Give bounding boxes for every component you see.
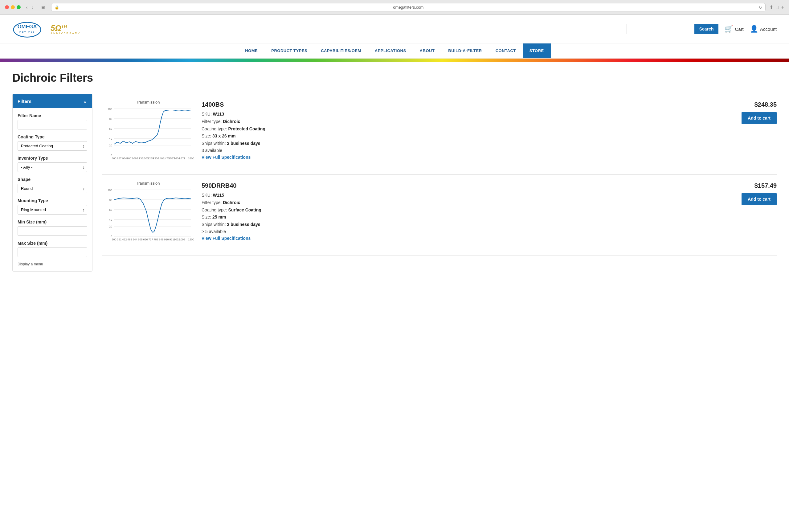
coating-type-select[interactable]: Protected Coating Surface Coating Hard C… bbox=[18, 141, 87, 151]
product-chart-area: Transmission bbox=[102, 100, 194, 168]
url-text: omegafilters.com bbox=[393, 5, 423, 10]
address-bar[interactable]: 🔒 omegafilters.com ↻ bbox=[51, 3, 766, 12]
svg-text:60: 60 bbox=[109, 127, 112, 130]
search-input[interactable] bbox=[627, 24, 694, 34]
svg-text:60: 60 bbox=[109, 208, 112, 211]
add-to-cart-button-2[interactable]: Add to cart bbox=[742, 193, 777, 205]
mounting-type-group: Mounting Type Ring Mounted Unmounted ↕ bbox=[18, 198, 87, 214]
shape-select[interactable]: Round Square Rectangle bbox=[18, 184, 87, 193]
product-item: Transmission bbox=[102, 175, 777, 256]
forward-button[interactable]: › bbox=[30, 4, 35, 11]
svg-text:800: 800 bbox=[112, 157, 116, 160]
shape-group: Shape Round Square Rectangle ↕ bbox=[18, 177, 87, 193]
share-button[interactable]: ⬆ bbox=[769, 4, 773, 10]
reload-icon[interactable]: ↻ bbox=[759, 5, 762, 10]
svg-text:971: 971 bbox=[169, 238, 174, 241]
nav-contact[interactable]: CONTACT bbox=[489, 43, 523, 58]
cart-icon: 🛒 bbox=[725, 25, 733, 33]
product-price-1: $248.35 bbox=[754, 101, 777, 108]
mounting-type-select[interactable]: Ring Mounted Unmounted bbox=[18, 205, 87, 214]
product-price-action: $248.35 Add to cart bbox=[733, 100, 777, 124]
svg-text:849: 849 bbox=[159, 238, 163, 241]
inventory-type-label: Inventory Type bbox=[18, 156, 87, 160]
chart-title-2: Transmission bbox=[102, 181, 194, 186]
product-list: Transmission bbox=[102, 94, 777, 256]
minimize-dot[interactable] bbox=[11, 5, 15, 9]
page-title: Dichroic Filters bbox=[12, 72, 777, 84]
product-details-2: 590DRRB40 SKU: W115 Filter type: Dichroi… bbox=[201, 181, 726, 241]
coating-type-group: Coating Type Protected Coating Surface C… bbox=[18, 134, 87, 151]
svg-text:OMEGA: OMEGA bbox=[18, 24, 37, 30]
coating-type-select-wrap: Protected Coating Surface Coating Hard C… bbox=[18, 141, 87, 151]
svg-text:80: 80 bbox=[109, 198, 112, 202]
search-button[interactable]: Search bbox=[694, 24, 719, 34]
view-full-specs-link-2[interactable]: View Full Specifications bbox=[201, 236, 251, 241]
svg-text:40: 40 bbox=[109, 218, 112, 221]
nav-applications[interactable]: APPLICATIONS bbox=[368, 43, 413, 58]
svg-text:1200: 1200 bbox=[188, 238, 194, 241]
search-bar: Search bbox=[627, 24, 719, 34]
inventory-type-select-wrap: - Any - In Stock Made to Order ↕ bbox=[18, 163, 87, 172]
nav-home[interactable]: HOME bbox=[238, 43, 265, 58]
svg-text:1093: 1093 bbox=[179, 238, 185, 241]
nav-about[interactable]: ABOUT bbox=[413, 43, 442, 58]
svg-text:100: 100 bbox=[108, 189, 112, 192]
back-button[interactable]: ‹ bbox=[24, 4, 29, 11]
browser-dots bbox=[5, 5, 21, 9]
svg-text:100: 100 bbox=[108, 108, 112, 111]
account-label: Account bbox=[760, 26, 777, 32]
filter-name-input[interactable] bbox=[18, 120, 87, 130]
product-name-2: 590DRRB40 bbox=[201, 182, 726, 189]
add-to-cart-button-1[interactable]: Add to cart bbox=[742, 112, 777, 124]
svg-text:300: 300 bbox=[112, 238, 116, 241]
svg-text:OPTICAL: OPTICAL bbox=[19, 31, 35, 34]
page-content: Dichroic Filters Filters ⌄ Filter Name C… bbox=[0, 62, 789, 281]
svg-text:0: 0 bbox=[111, 235, 112, 238]
filters-body: Filter Name Coating Type Protected Coati… bbox=[13, 108, 92, 271]
svg-text:422: 422 bbox=[122, 238, 127, 241]
product-available-2: > 5 available bbox=[201, 229, 726, 234]
account-link[interactable]: 👤 Account bbox=[750, 25, 777, 33]
nav-product-types[interactable]: PRODUCT TYPES bbox=[265, 43, 314, 58]
product-price-action-2: $157.49 Add to cart bbox=[733, 181, 777, 205]
max-size-group: Max Size (mm) bbox=[18, 241, 87, 257]
nav-store[interactable]: STORE bbox=[523, 43, 551, 58]
cart-label: Cart bbox=[735, 26, 744, 32]
chart-title: Transmission bbox=[102, 100, 194, 104]
svg-text:910: 910 bbox=[164, 238, 169, 241]
min-size-input[interactable] bbox=[18, 226, 87, 236]
omega-optical-logo[interactable]: OMEGA OPTICAL bbox=[12, 20, 49, 38]
min-size-group: Min Size (mm) bbox=[18, 220, 87, 236]
shape-label: Shape bbox=[18, 177, 87, 182]
filters-header[interactable]: Filters ⌄ bbox=[13, 94, 92, 108]
svg-text:605: 605 bbox=[138, 238, 142, 241]
site-header: OMEGA OPTICAL 5ΩTH ANNIVERSARY Search 🛒 … bbox=[0, 15, 789, 43]
transmission-chart-2: 100 80 60 40 20 0 300 361 422 bbox=[102, 187, 194, 248]
max-size-input[interactable] bbox=[18, 247, 87, 257]
nav-build-a-filter[interactable]: BUILD-A-FILTER bbox=[441, 43, 488, 58]
view-full-specs-link-1[interactable]: View Full Specifications bbox=[201, 155, 251, 160]
svg-text:1671: 1671 bbox=[179, 157, 185, 160]
inventory-type-select[interactable]: - Any - In Stock Made to Order bbox=[18, 163, 87, 172]
product-details: 1400BS SKU: W113 Filter type: Dichroic C… bbox=[201, 100, 726, 160]
min-size-label: Min Size (mm) bbox=[18, 220, 87, 224]
filters-title: Filters bbox=[18, 99, 32, 104]
inventory-type-group: Inventory Type - Any - In Stock Made to … bbox=[18, 156, 87, 172]
lock-icon: 🔒 bbox=[55, 5, 59, 10]
omega-logo-svg: OMEGA OPTICAL bbox=[12, 20, 49, 38]
svg-text:544: 544 bbox=[133, 238, 137, 241]
add-tab-button[interactable]: + bbox=[781, 4, 784, 10]
new-tab-button[interactable]: □ bbox=[776, 4, 779, 10]
svg-text:40: 40 bbox=[109, 137, 112, 140]
product-available: 3 available bbox=[201, 148, 726, 153]
chart-container-2: 100 80 60 40 20 0 300 361 422 bbox=[102, 187, 194, 249]
close-dot[interactable] bbox=[5, 5, 9, 9]
maximize-dot[interactable] bbox=[17, 5, 21, 9]
svg-text:20: 20 bbox=[109, 225, 112, 228]
cart-link[interactable]: 🛒 Cart bbox=[725, 25, 744, 33]
chart-container: 100 80 60 40 20 0 800 867 934 bbox=[102, 106, 194, 168]
filters-sidebar: Filters ⌄ Filter Name Coating Type Prote… bbox=[12, 94, 93, 271]
browser-action-buttons: ⬆ □ + bbox=[769, 4, 784, 10]
filter-name-group: Filter Name bbox=[18, 113, 87, 130]
nav-capabilities-oem[interactable]: CAPABILITIES/OEM bbox=[314, 43, 368, 58]
